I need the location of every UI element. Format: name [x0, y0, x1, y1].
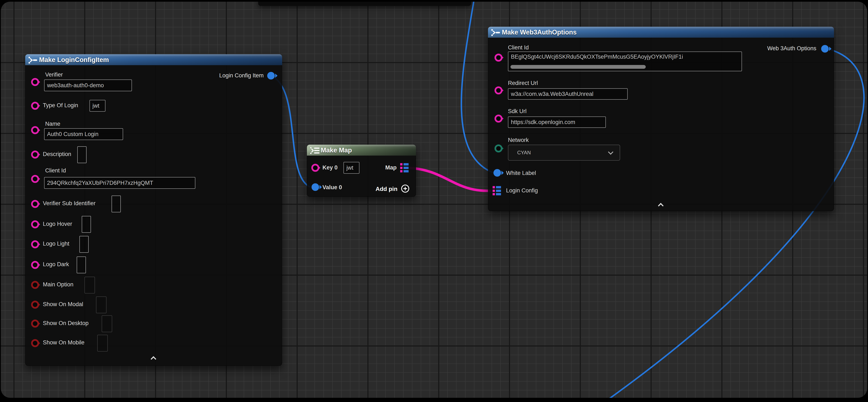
chevron-up-icon[interactable]: [658, 202, 663, 207]
list-icon: [310, 146, 320, 155]
name-field[interactable]: Auth0 Custom Login: [44, 128, 123, 140]
type-of-login-field[interactable]: jwt: [90, 100, 105, 112]
show-on-mobile-pin[interactable]: [31, 339, 39, 347]
offscreen-node-fragment: [258, 2, 471, 6]
description-pin[interactable]: [31, 150, 39, 159]
main-option-checkbox[interactable]: [85, 277, 95, 293]
output-label: Map: [385, 165, 397, 171]
pin-label: Redirect Url: [508, 80, 538, 86]
node-title: Make Map: [321, 147, 352, 154]
node-make-web3authoptions-header[interactable]: Make Web3AuthOptions: [488, 27, 834, 38]
logo-hover-pin[interactable]: [31, 220, 39, 228]
network-dropdown[interactable]: CYAN: [508, 145, 620, 161]
circled-plus-icon: [401, 184, 410, 194]
pin-label: White Label: [506, 170, 536, 176]
node-make-loginconfigitem-header[interactable]: Make LoginConfigItem: [25, 54, 282, 65]
pin-label: Main Option: [43, 281, 73, 288]
pin-label: Name: [45, 121, 60, 127]
value-0-pin[interactable]: [312, 183, 319, 191]
client-id-field[interactable]: 294QRkchfq2YaXUbPri7D6PH7xzHgQMT: [44, 177, 195, 189]
key-0-pin[interactable]: [311, 164, 319, 172]
sdk-url-pin[interactable]: [495, 115, 502, 122]
logo-dark-pin[interactable]: [31, 261, 39, 269]
show-on-mobile-checkbox[interactable]: [97, 335, 108, 351]
key-0-field[interactable]: jwt: [343, 162, 360, 174]
graph-canvas[interactable]: Make LoginConfigItem Login Config Item V…: [1, 2, 867, 398]
blueprint-editor-screen: Make LoginConfigItem Login Config Item V…: [0, 0, 868, 402]
output-label: Login Config Item: [219, 72, 264, 79]
struct-pin-icon: [491, 28, 501, 38]
chevron-down-icon: [608, 149, 613, 154]
pin-label: Login Config: [506, 187, 538, 194]
node-title: Make LoginConfigItem: [39, 56, 109, 64]
web3auth-options-output-pin[interactable]: [821, 45, 829, 53]
logo-hover-field[interactable]: [82, 216, 91, 233]
redirect-url-pin[interactable]: [495, 86, 502, 94]
node-make-map-header[interactable]: Make Map: [307, 145, 416, 155]
struct-pin-icon: [29, 56, 38, 65]
output-label: Web 3Auth Options: [767, 45, 816, 52]
show-on-modal-checkbox[interactable]: [96, 296, 106, 313]
chevron-up-icon[interactable]: [151, 355, 156, 361]
main-option-pin[interactable]: [31, 281, 39, 289]
show-on-desktop-checkbox[interactable]: [102, 315, 112, 332]
pin-label: Logo Hover: [43, 221, 72, 227]
login-config-pin[interactable]: [493, 186, 501, 195]
pin-label: Verifier: [45, 71, 63, 78]
pin-label: Show On Desktop: [43, 320, 89, 326]
logo-light-pin[interactable]: [31, 240, 39, 248]
pin-label: Network: [508, 137, 529, 143]
pin-label: Show On Mobile: [43, 339, 85, 346]
sdk-url-field[interactable]: https://sdk.openlogin.com: [508, 116, 606, 128]
node-make-map[interactable]: Make Map Key 0 jwt Map Value 0 Add pin: [307, 145, 416, 197]
verifier-field[interactable]: web3auth-auth0-demo: [44, 80, 132, 91]
white-label-pin[interactable]: [493, 169, 501, 177]
wire-map-to-loginconfig: [409, 168, 492, 191]
network-pin[interactable]: [495, 144, 502, 152]
pin-label: Value 0: [322, 184, 342, 191]
pin-label: Type Of Login: [43, 102, 78, 109]
pin-label: Logo Dark: [43, 261, 69, 268]
map-output-pin[interactable]: [400, 163, 409, 172]
node-title: Make Web3AuthOptions: [502, 29, 577, 36]
verifier-pin[interactable]: [31, 78, 39, 86]
logo-dark-field[interactable]: [77, 257, 86, 273]
node-make-loginconfigitem[interactable]: Make LoginConfigItem Login Config Item V…: [25, 54, 282, 366]
pin-label: Sdk Url: [508, 108, 527, 115]
verifier-sub-identifier-pin[interactable]: [31, 200, 39, 208]
login-config-item-output-pin[interactable]: [267, 72, 275, 80]
type-of-login-pin[interactable]: [31, 102, 39, 110]
verifier-sub-identifier-field[interactable]: [112, 196, 121, 212]
pin-label: Key 0: [322, 165, 338, 171]
add-pin-button[interactable]: Add pin: [376, 184, 410, 194]
description-field[interactable]: [77, 146, 87, 163]
pin-label: Verifier Sub Identifier: [43, 200, 96, 207]
pin-label: Logo Light: [43, 240, 69, 247]
client-id-pin[interactable]: [495, 54, 502, 62]
pin-label: Client Id: [508, 45, 529, 51]
show-on-desktop-pin[interactable]: [31, 320, 39, 327]
client-id-field[interactable]: BEglQSgt4cUWcj6SKRdu5QkOXTsePmMcusG5EAoy…: [508, 52, 742, 71]
field-scrollbar[interactable]: [510, 65, 646, 69]
node-make-web3authoptions[interactable]: Make Web3AuthOptions Web 3Auth Options C…: [488, 27, 834, 211]
logo-light-field[interactable]: [80, 236, 89, 253]
pin-label: Description: [43, 151, 71, 157]
name-pin[interactable]: [31, 126, 39, 134]
redirect-url-field[interactable]: w3a://com.w3a.Web3AuthUnreal: [508, 88, 628, 100]
pin-label: Show On Modal: [43, 301, 83, 308]
pin-label: Client Id: [45, 167, 66, 174]
client-id-pin[interactable]: [31, 175, 39, 183]
show-on-modal-pin[interactable]: [31, 301, 39, 309]
